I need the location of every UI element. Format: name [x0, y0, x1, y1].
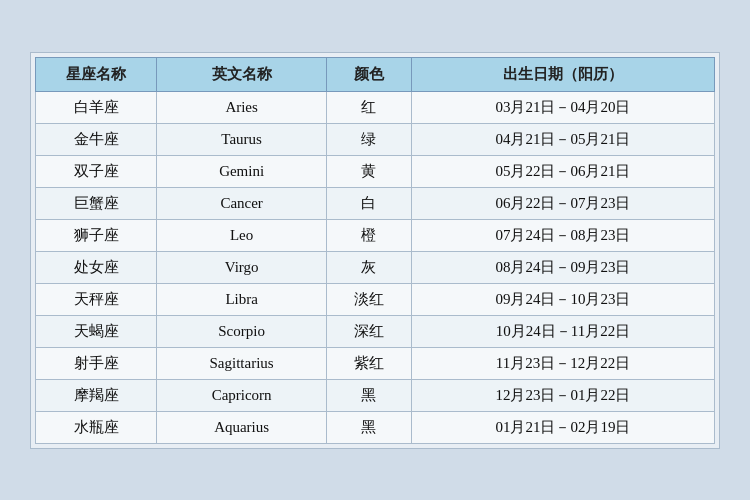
cell-zh: 狮子座	[36, 219, 157, 251]
table-row: 天蝎座Scorpio深红10月24日－11月22日	[36, 315, 715, 347]
table-row: 射手座Sagittarius紫红11月23日－12月22日	[36, 347, 715, 379]
cell-en: Gemini	[157, 155, 327, 187]
header-date: 出生日期（阳历）	[411, 57, 714, 91]
cell-color: 白	[327, 187, 412, 219]
cell-color: 淡红	[327, 283, 412, 315]
table-row: 天秤座Libra淡红09月24日－10月23日	[36, 283, 715, 315]
header-zh: 星座名称	[36, 57, 157, 91]
cell-zh: 射手座	[36, 347, 157, 379]
cell-date: 01月21日－02月19日	[411, 411, 714, 443]
cell-color: 红	[327, 91, 412, 123]
cell-color: 橙	[327, 219, 412, 251]
cell-color: 紫红	[327, 347, 412, 379]
cell-en: Libra	[157, 283, 327, 315]
cell-date: 12月23日－01月22日	[411, 379, 714, 411]
cell-color: 黑	[327, 379, 412, 411]
header-color: 颜色	[327, 57, 412, 91]
table-row: 狮子座Leo橙07月24日－08月23日	[36, 219, 715, 251]
table-row: 巨蟹座Cancer白06月22日－07月23日	[36, 187, 715, 219]
cell-zh: 巨蟹座	[36, 187, 157, 219]
cell-date: 06月22日－07月23日	[411, 187, 714, 219]
cell-date: 07月24日－08月23日	[411, 219, 714, 251]
cell-en: Scorpio	[157, 315, 327, 347]
cell-zh: 处女座	[36, 251, 157, 283]
table-header-row: 星座名称 英文名称 颜色 出生日期（阳历）	[36, 57, 715, 91]
cell-color: 绿	[327, 123, 412, 155]
cell-color: 黄	[327, 155, 412, 187]
table-row: 摩羯座Capricorn黑12月23日－01月22日	[36, 379, 715, 411]
header-en: 英文名称	[157, 57, 327, 91]
cell-zh: 双子座	[36, 155, 157, 187]
cell-zh: 白羊座	[36, 91, 157, 123]
cell-date: 11月23日－12月22日	[411, 347, 714, 379]
cell-en: Leo	[157, 219, 327, 251]
cell-zh: 摩羯座	[36, 379, 157, 411]
cell-zh: 水瓶座	[36, 411, 157, 443]
cell-date: 09月24日－10月23日	[411, 283, 714, 315]
zodiac-table-wrapper: 星座名称 英文名称 颜色 出生日期（阳历） 白羊座Aries红03月21日－04…	[30, 52, 720, 449]
table-row: 处女座Virgo灰08月24日－09月23日	[36, 251, 715, 283]
cell-date: 05月22日－06月21日	[411, 155, 714, 187]
cell-color: 灰	[327, 251, 412, 283]
zodiac-table: 星座名称 英文名称 颜色 出生日期（阳历） 白羊座Aries红03月21日－04…	[35, 57, 715, 444]
cell-color: 黑	[327, 411, 412, 443]
table-row: 双子座Gemini黄05月22日－06月21日	[36, 155, 715, 187]
cell-en: Sagittarius	[157, 347, 327, 379]
cell-en: Cancer	[157, 187, 327, 219]
cell-zh: 金牛座	[36, 123, 157, 155]
cell-color: 深红	[327, 315, 412, 347]
cell-en: Capricorn	[157, 379, 327, 411]
table-row: 水瓶座Aquarius黑01月21日－02月19日	[36, 411, 715, 443]
cell-date: 10月24日－11月22日	[411, 315, 714, 347]
cell-date: 04月21日－05月21日	[411, 123, 714, 155]
table-row: 金牛座Taurus绿04月21日－05月21日	[36, 123, 715, 155]
cell-en: Virgo	[157, 251, 327, 283]
cell-date: 03月21日－04月20日	[411, 91, 714, 123]
cell-en: Aries	[157, 91, 327, 123]
cell-date: 08月24日－09月23日	[411, 251, 714, 283]
cell-zh: 天蝎座	[36, 315, 157, 347]
cell-zh: 天秤座	[36, 283, 157, 315]
table-row: 白羊座Aries红03月21日－04月20日	[36, 91, 715, 123]
cell-en: Taurus	[157, 123, 327, 155]
cell-en: Aquarius	[157, 411, 327, 443]
